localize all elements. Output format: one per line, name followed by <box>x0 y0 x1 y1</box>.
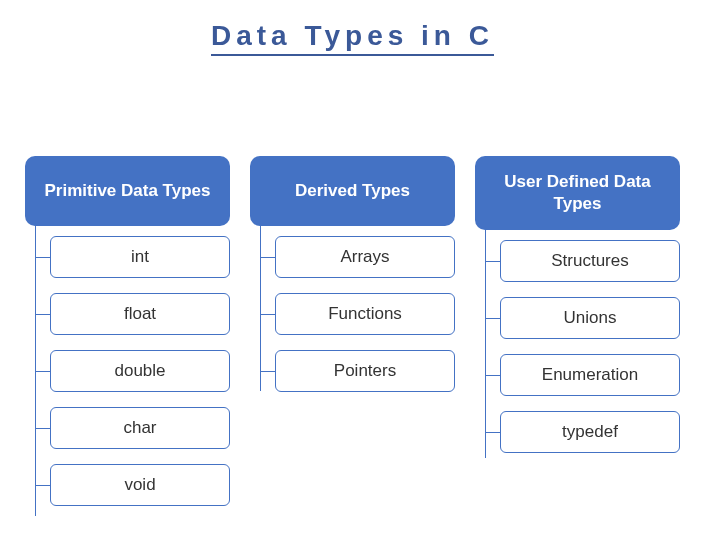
item-pointers: Pointers <box>275 350 455 392</box>
items-derived: Arrays Functions Pointers <box>250 226 455 407</box>
item-float: float <box>50 293 230 335</box>
item-int: int <box>50 236 230 278</box>
item-void: void <box>50 464 230 506</box>
item-double: double <box>50 350 230 392</box>
item-char: char <box>50 407 230 449</box>
column-userdefined: User Defined Data Types Structures Union… <box>475 156 680 521</box>
column-primitive: Primitive Data Types int float double ch… <box>25 156 230 521</box>
column-derived: Derived Types Arrays Functions Pointers <box>250 156 455 521</box>
category-header-derived: Derived Types <box>250 156 455 226</box>
columns-container: Primitive Data Types int float double ch… <box>25 156 680 521</box>
item-enumeration: Enumeration <box>500 354 680 396</box>
category-header-userdefined: User Defined Data Types <box>475 156 680 230</box>
item-functions: Functions <box>275 293 455 335</box>
diagram-title: Data Types in C <box>211 20 494 56</box>
items-userdefined: Structures Unions Enumeration typedef <box>475 230 680 468</box>
category-header-primitive: Primitive Data Types <box>25 156 230 226</box>
item-structures: Structures <box>500 240 680 282</box>
item-unions: Unions <box>500 297 680 339</box>
item-arrays: Arrays <box>275 236 455 278</box>
item-typedef: typedef <box>500 411 680 453</box>
items-primitive: int float double char void <box>25 226 230 521</box>
